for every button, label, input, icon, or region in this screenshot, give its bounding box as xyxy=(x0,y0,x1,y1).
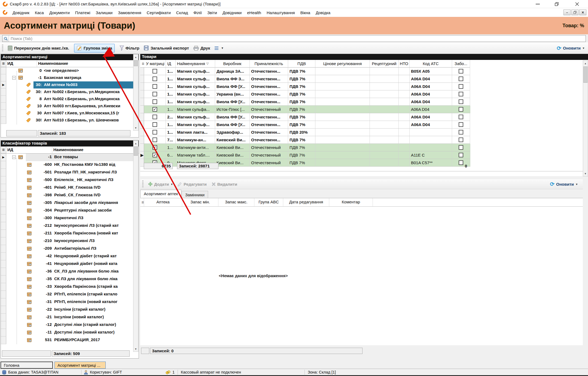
row-selector[interactable] xyxy=(1,192,6,199)
tree-row[interactable]: -21Інсуліни (новий каталог) xyxy=(1,314,139,321)
tree-row[interactable]: -32РПтП, епілепсія (старий катало xyxy=(1,291,139,298)
scroll-up-icon[interactable]: ▲ xyxy=(583,61,588,66)
products-column-header-7[interactable]: Цінове регулювання xyxy=(315,60,370,68)
row-selector[interactable]: ▶ xyxy=(1,154,6,161)
banned-checkbox[interactable] xyxy=(459,84,463,89)
row-selector[interactable] xyxy=(140,121,144,129)
banned-checkbox[interactable] xyxy=(459,107,463,112)
row-selector[interactable] xyxy=(1,306,6,314)
scroll-down-icon[interactable]: ▼ xyxy=(133,125,138,130)
products-scrollbar[interactable]: ▲ ▼ xyxy=(583,60,588,176)
row-selector[interactable] xyxy=(1,329,6,337)
tree-row[interactable]: -41Нецукровий діабет (новий ката xyxy=(1,260,139,268)
banned-checkbox[interactable] xyxy=(459,153,463,157)
menu-item-10[interactable]: Звіти xyxy=(205,9,220,16)
scroll-down-icon[interactable]: ▼ xyxy=(133,346,138,351)
in-matrix-checkbox[interactable]: ✓ xyxy=(153,153,157,157)
products-column-header-9[interactable]: НТО xyxy=(399,60,410,68)
menu-item-9[interactable]: Філії xyxy=(191,9,205,16)
close-button[interactable] xyxy=(570,0,584,8)
tree-row[interactable]: -500Епілепсія_ НК_наркотичні ЛЗ xyxy=(1,176,139,184)
row-selector[interactable] xyxy=(1,291,6,298)
product-row[interactable]: 1...Магния сульф...Виола ФФ З...Отечеств… xyxy=(140,75,470,83)
tab-substitutes[interactable]: Замінники xyxy=(182,191,208,198)
matrices-scrollbar[interactable]: ▲ ▼ xyxy=(133,54,138,131)
tree-row[interactable]: 8Апт №002 г.Березань, ул.Медицинска xyxy=(1,96,139,103)
row-selector[interactable] xyxy=(1,74,6,81)
menu-item-12[interactable]: eHealth xyxy=(244,9,264,16)
menu-item-6[interactable]: Замовлення xyxy=(115,9,144,16)
row-selector[interactable] xyxy=(140,129,144,136)
tree-row[interactable]: −-1Базисная матрица xyxy=(1,74,139,81)
tree-row[interactable]: -401Реімб_НК_Глюкоза IVD xyxy=(1,184,139,192)
product-row[interactable]: 1...Магния сульф...Виола ФФ [У...Отечест… xyxy=(140,121,470,129)
row-selector[interactable] xyxy=(1,268,6,276)
row-selector[interactable] xyxy=(1,230,6,237)
tree-row[interactable]: -304Рецептурні лікарські засоби xyxy=(1,207,139,215)
row-selector[interactable] xyxy=(1,245,6,253)
print-button[interactable]: Друк xyxy=(191,44,212,52)
toolbar-grip[interactable] xyxy=(142,181,144,188)
tree-row[interactable]: -211Хвороба Паркінсона (новий кат xyxy=(1,230,139,237)
refresh-button-top[interactable]: ⟳ Оновити ▾ xyxy=(557,46,584,51)
row-selector[interactable] xyxy=(1,176,6,184)
tree-row[interactable]: -33Хвороба Паркінсона (старий ка xyxy=(1,283,139,291)
tree-row[interactable]: 10Апт №003 пгт.Барышевка, ул.Киевски xyxy=(1,103,139,110)
add-button[interactable]: Додати ▾ xyxy=(146,181,175,188)
export-button[interactable]: Загальний експорт xyxy=(142,44,191,52)
edit-button[interactable]: Редагувати xyxy=(175,181,209,188)
in-matrix-checkbox[interactable] xyxy=(153,122,157,127)
banned-checkbox[interactable] xyxy=(459,122,463,127)
product-row[interactable]: 1...Магния сульф...Виола ФФ [У...Отечест… xyxy=(140,98,470,106)
tab-home[interactable]: Головна xyxy=(1,362,53,369)
scroll-down-icon[interactable]: ▼ xyxy=(583,171,588,176)
minimize-button[interactable] xyxy=(531,0,544,8)
row-selector[interactable] xyxy=(1,199,6,207)
products-column-header-6[interactable]: ПДВ xyxy=(288,60,315,68)
menu-item-3[interactable]: Документи xyxy=(47,9,72,16)
banned-checkbox[interactable] xyxy=(459,145,463,150)
product-row[interactable]: 1...Магния сульф...Дарница ЗА...Отечеств… xyxy=(140,68,470,75)
tree-row[interactable]: -35СК ЛЗ для лікування болю ліка xyxy=(1,276,139,283)
tab-pharmacy-assortment[interactable]: Асортимент аптек xyxy=(140,190,181,198)
in-matrix-checkbox[interactable] xyxy=(153,69,157,74)
menu-item-13[interactable]: Налаштування xyxy=(264,9,298,16)
in-matrix-checkbox[interactable] xyxy=(153,92,157,96)
row-selector[interactable] xyxy=(1,222,6,230)
row-selector[interactable] xyxy=(140,159,144,167)
search-input[interactable] xyxy=(9,36,586,41)
banned-checkbox[interactable] xyxy=(459,92,463,96)
scrollbar-thumb[interactable] xyxy=(583,66,587,83)
row-selector[interactable] xyxy=(1,260,6,268)
tree-row[interactable]: -36СК_ЛЗ для лікування болю ліка xyxy=(1,268,139,276)
row-selector[interactable] xyxy=(1,103,6,110)
scrollbar-thumb[interactable] xyxy=(134,60,138,66)
filter-button[interactable]: Фільтр xyxy=(117,44,142,52)
row-selector[interactable] xyxy=(1,298,6,306)
row-selector[interactable] xyxy=(1,337,6,344)
column-header-id[interactable]: ИД xyxy=(6,60,37,67)
row-selector[interactable] xyxy=(1,283,6,291)
tree-row[interactable]: -12Доступні ліки (старий каталог) xyxy=(1,321,139,329)
scroll-up-icon[interactable]: ▲ xyxy=(133,54,138,60)
tree-row[interactable]: -300Наркотичні ЛЗ xyxy=(1,215,139,222)
product-row[interactable]: 1...Магния сульф...Виола ФФ [У...Отечест… xyxy=(140,83,470,90)
menu-item-2[interactable]: Каса xyxy=(32,9,47,16)
row-selector[interactable] xyxy=(1,276,6,283)
tree-row[interactable]: ▶−-1Все товары xyxy=(1,154,139,161)
row-selector[interactable] xyxy=(1,161,6,169)
row-selector[interactable]: ▶ xyxy=(1,81,6,88)
restore-button[interactable] xyxy=(550,0,563,8)
tree-row[interactable]: -209Антибактеріальні ЛЗ xyxy=(1,245,139,253)
mdi-minimize-button[interactable]: – xyxy=(563,10,571,15)
details-column-header-4[interactable]: Група ABC xyxy=(254,198,283,206)
in-matrix-checkbox[interactable] xyxy=(153,137,157,142)
column-header-name[interactable]: Наименование xyxy=(52,146,139,153)
menu-item-1[interactable]: Довідник xyxy=(10,9,32,16)
product-row[interactable]: ▶✓6...Магникум табл....Киевский Ви...Оте… xyxy=(140,151,470,159)
row-selector[interactable] xyxy=(140,113,144,121)
tree-row[interactable]: -398Реімб_СК_Глюкоза IVD xyxy=(1,192,139,199)
row-selector[interactable] xyxy=(1,314,6,321)
banned-checkbox[interactable] xyxy=(459,115,463,119)
tree-row[interactable]: ▶30:АМ аптеки №003 xyxy=(1,81,139,88)
